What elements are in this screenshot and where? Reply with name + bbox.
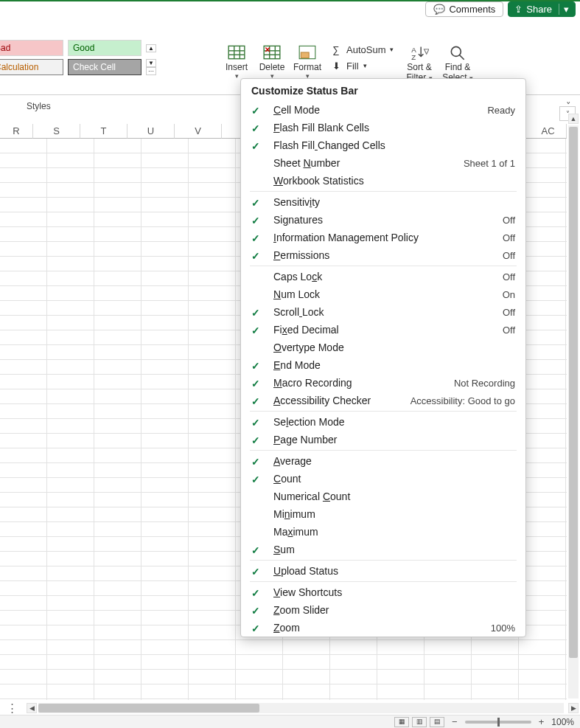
share-label: Share [526, 4, 552, 15]
status-bar-menu-item[interactable]: Numerical Count [241, 488, 525, 505]
comment-icon: 💬 [433, 4, 445, 15]
vertical-scroll-thumb[interactable] [569, 127, 578, 658]
horizontal-scrollbar[interactable] [38, 703, 564, 713]
column-header[interactable]: R [0, 124, 33, 139]
check-icon: ✓ [251, 232, 260, 244]
status-bar-menu-item[interactable]: ✓Accessibility CheckerAccessibility: Goo… [241, 392, 525, 409]
status-bar-menu-item[interactable]: ✓Scroll LockOff [241, 303, 525, 321]
menu-item-label: Numerical Count [273, 490, 350, 502]
autosum-button[interactable]: ∑ AutoSum ▾ [330, 41, 394, 58]
column-header[interactable]: V [175, 124, 222, 139]
delete-button[interactable]: Delete ▾ [255, 43, 289, 81]
menu-item-label: Sum [273, 544, 295, 555]
status-bar-menu-item[interactable]: ✓Macro RecordingNot Recording [241, 374, 525, 392]
status-bar-menu-item[interactable]: Workbook Statistics [241, 172, 525, 190]
check-icon: ✓ [251, 566, 260, 578]
menu-title: Customize Status Bar [241, 79, 525, 101]
scroll-right-button[interactable]: ▶ [568, 703, 579, 713]
status-bar-menu-item[interactable]: ✓View Shortcuts [241, 583, 525, 601]
status-bar-menu-item[interactable]: ✓Sensitivity [241, 193, 525, 211]
styles-scroll-up[interactable]: ▲ [146, 44, 156, 52]
fill-down-icon: ⬇ [330, 60, 342, 72]
menu-item-label: Average [273, 455, 312, 467]
status-bar-menu-item[interactable]: ✓Upload Status [241, 562, 525, 580]
check-icon: ✓ [251, 105, 260, 117]
status-bar-menu-item[interactable]: ✓PermissionsOff [241, 246, 525, 264]
horizontal-scroll-thumb[interactable] [38, 704, 259, 713]
column-header[interactable]: AC [530, 124, 567, 139]
check-icon: ✓ [251, 434, 260, 446]
menu-item-status: Ready [487, 105, 515, 116]
menu-item-status: Not Recording [454, 378, 515, 389]
check-icon: ✓ [251, 378, 260, 389]
check-icon: ✓ [251, 474, 260, 485]
status-bar-menu-item[interactable]: Minimum [241, 505, 525, 523]
style-bad[interactable]: Bad [0, 40, 63, 56]
fill-button[interactable]: ⬇ Fill ▾ [330, 58, 394, 74]
menu-separator [250, 411, 517, 412]
normal-view-button[interactable]: ▦ [394, 717, 409, 727]
status-bar-menu-item[interactable]: ✓Flash Fill Blank Cells [241, 119, 525, 136]
page-layout-view-button[interactable]: ▥ [412, 717, 427, 727]
check-icon: ✓ [251, 456, 260, 468]
page-break-view-button[interactable]: ▤ [430, 717, 444, 727]
column-header[interactable]: S [33, 124, 80, 139]
check-icon: ✓ [251, 623, 260, 634]
zoom-out-button[interactable]: − [452, 716, 458, 727]
menu-separator [250, 191, 517, 192]
format-button[interactable]: Format ▾ [290, 43, 324, 81]
zoom-slider[interactable] [465, 721, 531, 724]
scroll-up-button[interactable]: ▲ [568, 114, 579, 124]
status-bar-menu-item[interactable]: ✓Average [241, 452, 525, 470]
status-bar-menu-item[interactable]: ✓Selection Mode [241, 413, 525, 431]
insert-button[interactable]: Insert ▾ [220, 43, 254, 81]
status-bar-menu-item[interactable]: Maximum [241, 523, 525, 541]
menu-item-label: Accessibility Checker [273, 395, 371, 406]
styles-more[interactable]: ⋯ [146, 67, 156, 75]
menu-item-label: Count [273, 473, 301, 485]
status-bar-menu-item[interactable]: Overtype Mode [241, 339, 525, 356]
status-bar-menu-item[interactable]: ✓Count [241, 470, 525, 488]
menu-item-label: Workbook Statistics [273, 175, 364, 187]
svg-rect-13 [301, 52, 309, 58]
status-bar-menu-item[interactable]: ✓Zoom100% [241, 619, 525, 637]
menu-item-label: Fixed Decimal [273, 324, 339, 336]
menu-item-label: Zoom [273, 622, 300, 634]
zoom-slider-thumb[interactable] [497, 718, 500, 727]
status-bar-menu-item[interactable]: Caps LockOff [241, 268, 525, 285]
styles-scroll-down[interactable]: ▼ [146, 59, 156, 67]
sigma-icon: ∑ [330, 44, 342, 55]
status-bar-menu-item[interactable]: ✓Cell ModeReady [241, 101, 525, 119]
column-header[interactable]: U [127, 124, 175, 139]
vertical-scrollbar[interactable] [568, 125, 579, 698]
status-bar-menu-item[interactable]: ✓Page Number [241, 431, 525, 448]
menu-separator [250, 266, 517, 266]
status-bar-menu-item[interactable]: ✓Information Management PolicyOff [241, 229, 525, 246]
scroll-left-button[interactable]: ◀ [27, 703, 37, 713]
menu-item-status: 100% [491, 623, 515, 634]
status-bar-menu-item[interactable]: ✓Fixed DecimalOff [241, 321, 525, 339]
sort-filter-icon: AZ [410, 44, 429, 60]
zoom-in-button[interactable]: + [539, 716, 545, 727]
styles-gallery[interactable]: Bad Good ▲ Calculation Check Cell ▼ ⋯ [0, 40, 206, 78]
menu-item-label: End Mode [273, 359, 321, 371]
sheet-tab-menu[interactable]: ⋮ [0, 701, 25, 715]
status-bar-menu-item[interactable]: ✓Zoom Slider [241, 601, 525, 619]
style-good[interactable]: Good [68, 40, 141, 56]
status-bar-menu-item[interactable]: ✓Flash Fill Changed Cells [241, 136, 525, 154]
menu-item-status: Off [503, 232, 515, 243]
status-bar-menu-item[interactable]: ✓Sum [241, 541, 525, 558]
status-bar-menu-item[interactable]: ✓End Mode [241, 356, 525, 374]
comments-button[interactable]: 💬 Comments [425, 1, 503, 17]
status-bar-menu-item[interactable]: ✓SignaturesOff [241, 211, 525, 229]
svg-rect-0 [228, 46, 245, 58]
chevron-down-icon: ▾ [363, 62, 367, 69]
status-bar-menu-item[interactable]: Sheet NumberSheet 1 of 1 [241, 154, 525, 172]
style-check-cell[interactable]: Check Cell [68, 59, 141, 75]
share-button[interactable]: ⇪ Share ▾ [508, 1, 576, 17]
menu-item-status: Off [503, 325, 515, 336]
style-calculation[interactable]: Calculation [0, 59, 63, 75]
column-header[interactable]: T [80, 124, 127, 139]
zoom-level[interactable]: 100% [551, 717, 574, 727]
status-bar-menu-item[interactable]: Num LockOn [241, 285, 525, 303]
